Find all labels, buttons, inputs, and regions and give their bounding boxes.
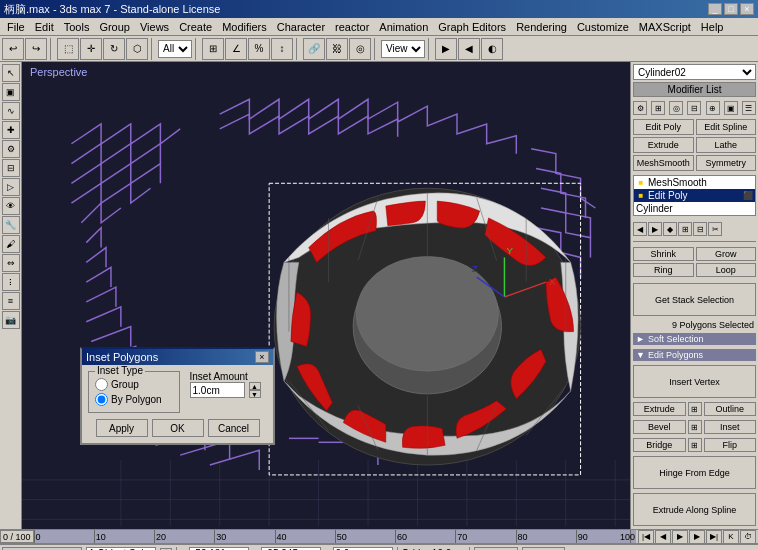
- z-value[interactable]: 0.0cm: [333, 547, 393, 551]
- play-btn[interactable]: ▶: [672, 530, 688, 544]
- angle-snap-btn[interactable]: ∠: [225, 38, 247, 60]
- left-utility-btn[interactable]: 🔧: [2, 216, 20, 234]
- menu-views[interactable]: Views: [135, 20, 174, 34]
- prev-frame-btn[interactable]: ◀: [655, 530, 671, 544]
- view-select[interactable]: View: [381, 40, 425, 58]
- menu-create[interactable]: Create: [174, 20, 217, 34]
- bevel-settings-btn[interactable]: ⊞: [688, 420, 702, 434]
- radio-by-polygon[interactable]: [95, 393, 108, 406]
- menu-animation[interactable]: Animation: [374, 20, 433, 34]
- link-btn[interactable]: 🔗: [303, 38, 325, 60]
- quick-render-btn[interactable]: ◀: [458, 38, 480, 60]
- menu-customize[interactable]: Customize: [572, 20, 634, 34]
- left-modify-btn[interactable]: ⚙: [2, 140, 20, 158]
- inset-btn[interactable]: Inset: [704, 420, 757, 434]
- meshsmooth-btn[interactable]: MeshSmooth: [633, 155, 694, 171]
- menu-help[interactable]: Help: [696, 20, 729, 34]
- stack-nav-6[interactable]: ✂: [708, 222, 722, 236]
- left-motion-btn[interactable]: ▷: [2, 178, 20, 196]
- close-btn[interactable]: ×: [740, 3, 754, 15]
- inset-amount-input[interactable]: [190, 382, 245, 398]
- time-config-btn[interactable]: ⏱: [740, 530, 756, 544]
- y-value[interactable]: -25.345cm: [261, 547, 321, 551]
- stack-nav-2[interactable]: ▶: [648, 222, 662, 236]
- stack-nav-1[interactable]: ◀: [633, 222, 647, 236]
- apply-btn[interactable]: Apply: [96, 419, 148, 437]
- percent-snap-btn[interactable]: %: [248, 38, 270, 60]
- left-hierarchy-btn[interactable]: ⊟: [2, 159, 20, 177]
- goto-end-btn[interactable]: ▶|: [706, 530, 722, 544]
- bevel-btn[interactable]: Bevel: [633, 420, 686, 434]
- stack-nav-5[interactable]: ⊟: [693, 222, 707, 236]
- extrude-settings-btn[interactable]: ⊞: [688, 402, 702, 416]
- hinge-from-edge-btn[interactable]: Hinge From Edge: [633, 456, 756, 489]
- viewport[interactable]: Perspective: [22, 62, 630, 529]
- menu-rendering[interactable]: Rendering: [511, 20, 572, 34]
- menu-edit[interactable]: Edit: [30, 20, 59, 34]
- mod-icon-3[interactable]: ◎: [669, 101, 683, 115]
- redo-btn[interactable]: ↪: [25, 38, 47, 60]
- edit-polygons-section[interactable]: ▼ Edit Polygons: [633, 349, 756, 361]
- move-btn[interactable]: ✛: [80, 38, 102, 60]
- spin-down-btn[interactable]: ▼: [249, 390, 261, 398]
- insert-vertex-btn[interactable]: Insert Vertex: [633, 365, 756, 398]
- edit-poly-btn[interactable]: Edit Poly: [633, 119, 694, 135]
- x-value[interactable]: -53.181cm: [189, 547, 249, 551]
- cancel-btn[interactable]: Cancel: [208, 419, 260, 437]
- menu-file[interactable]: File: [2, 20, 30, 34]
- unlink-btn[interactable]: ⛓: [326, 38, 348, 60]
- mod-icon-7[interactable]: ☰: [742, 101, 756, 115]
- symmetry-btn[interactable]: Symmetry: [696, 155, 757, 171]
- bridge-settings-btn[interactable]: ⊞: [688, 438, 702, 452]
- mod-icon-4[interactable]: ⊟: [687, 101, 701, 115]
- stack-nav-4[interactable]: ⊞: [678, 222, 692, 236]
- ring-btn[interactable]: Ring: [633, 263, 694, 277]
- mod-icon-1[interactable]: ⚙: [633, 101, 647, 115]
- menu-maxscript[interactable]: MAXScript: [634, 20, 696, 34]
- ok-btn[interactable]: OK: [152, 419, 204, 437]
- menu-tools[interactable]: Tools: [59, 20, 95, 34]
- rotate-btn[interactable]: ↻: [103, 38, 125, 60]
- scale-btn[interactable]: ⬡: [126, 38, 148, 60]
- spin-up-btn[interactable]: ▲: [249, 382, 261, 390]
- stack-meshsmooth[interactable]: ■ MeshSmooth: [634, 176, 755, 189]
- outline-btn[interactable]: Outline: [704, 402, 757, 416]
- menu-reactor[interactable]: reactor: [330, 20, 374, 34]
- grow-btn[interactable]: Grow: [696, 247, 757, 261]
- extrude-along-spline-btn[interactable]: Extrude Along Spline: [633, 493, 756, 526]
- extrude-modifier-btn[interactable]: Extrude: [633, 137, 694, 153]
- maximize-btn[interactable]: □: [724, 3, 738, 15]
- mod-icon-2[interactable]: ⊞: [651, 101, 665, 115]
- left-poly-btn[interactable]: ▣: [2, 83, 20, 101]
- left-select-btn[interactable]: ↖: [2, 64, 20, 82]
- selection-filter-select[interactable]: All: [158, 40, 192, 58]
- menu-graph-editors[interactable]: Graph Editors: [433, 20, 511, 34]
- edit-spline-btn[interactable]: Edit Spline: [696, 119, 757, 135]
- stack-nav-3[interactable]: ◆: [663, 222, 677, 236]
- left-display-btn[interactable]: 👁: [2, 197, 20, 215]
- bridge-btn[interactable]: Bridge: [633, 438, 686, 452]
- left-layer-btn[interactable]: ≡: [2, 292, 20, 310]
- lathe-btn[interactable]: Lathe: [696, 137, 757, 153]
- undo-btn[interactable]: ↩: [2, 38, 24, 60]
- left-paint-btn[interactable]: 🖌: [2, 235, 20, 253]
- select-btn[interactable]: ⬚: [57, 38, 79, 60]
- next-frame-btn[interactable]: ▶: [689, 530, 705, 544]
- radio-group[interactable]: [95, 378, 108, 391]
- shrink-btn[interactable]: Shrink: [633, 247, 694, 261]
- left-create-btn[interactable]: ✚: [2, 121, 20, 139]
- left-spline-btn[interactable]: ∿: [2, 102, 20, 120]
- menu-group[interactable]: Group: [94, 20, 135, 34]
- menu-character[interactable]: Character: [272, 20, 330, 34]
- soft-selection-section[interactable]: ► Soft Selection: [633, 333, 756, 345]
- spinner-snap-btn[interactable]: ↕: [271, 38, 293, 60]
- active-shade-btn[interactable]: ◐: [481, 38, 503, 60]
- render-btn[interactable]: ▶: [435, 38, 457, 60]
- left-camera-btn[interactable]: 📷: [2, 311, 20, 329]
- stack-cylinder[interactable]: Cylinder: [634, 202, 755, 215]
- extrude-btn[interactable]: Extrude: [633, 402, 686, 416]
- autokey-btn[interactable]: Auto Key: [474, 547, 519, 551]
- loop-btn[interactable]: Loop: [696, 263, 757, 277]
- key-mode-btn[interactable]: K: [723, 530, 739, 544]
- snap-toggle-btn[interactable]: ⊞: [202, 38, 224, 60]
